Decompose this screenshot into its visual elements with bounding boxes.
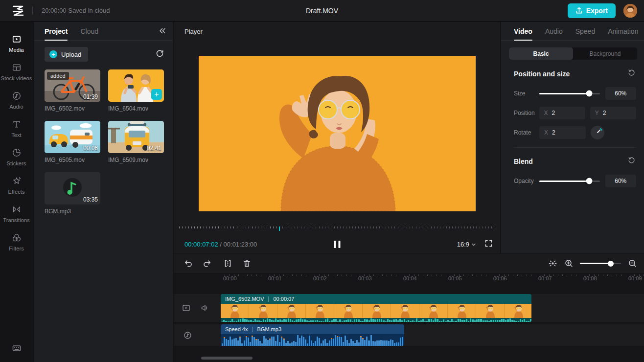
filters-icon [11, 232, 22, 243]
tab-project[interactable]: Project [45, 22, 68, 41]
tab-speed[interactable]: Speed [575, 22, 595, 41]
tab-animation[interactable]: Animation [608, 22, 638, 41]
mute-track-icon[interactable] [201, 304, 209, 314]
size-value-field[interactable]: 60% [605, 87, 636, 100]
video-clip-header: IMG_6502.MOV 00:00:07 [221, 294, 531, 304]
reset-position-size-icon[interactable] [628, 69, 635, 78]
rotate-label: Rotate [514, 129, 539, 136]
basic-background-toggle: Basic Background [509, 47, 637, 60]
tab-audio[interactable]: Audio [545, 22, 563, 41]
timeline-zoom-slider[interactable] [580, 263, 621, 264]
rotate-dial[interactable] [591, 126, 604, 139]
playhead-marker [279, 226, 280, 231]
sidebar-item-media[interactable]: Media [0, 29, 33, 57]
opacity-value-field[interactable]: 60% [605, 175, 636, 187]
transitions-icon [11, 204, 22, 215]
text-icon [11, 119, 22, 130]
sidebar-item-stock-videos[interactable]: Stock videos [0, 57, 33, 86]
tab-video[interactable]: Video [514, 22, 532, 41]
duration-label: 03:35 [83, 196, 98, 203]
timeline-video-clip[interactable]: IMG_6502.MOV 00:00:07 [221, 294, 531, 322]
ruler-label: 00:02 [313, 275, 327, 281]
sidebar-item-filters[interactable]: Filters [0, 227, 33, 256]
audio-icon [11, 90, 22, 101]
upload-button[interactable]: + Upload [45, 47, 88, 62]
delete-icon[interactable] [242, 259, 252, 269]
sidebar-item-audio[interactable]: Audio [0, 86, 33, 114]
project-tabs: Project Cloud [34, 22, 173, 41]
shortcuts-keyboard-icon[interactable] [12, 343, 22, 355]
video-track-icon[interactable] [182, 304, 190, 314]
media-item-img_6502-mov[interactable]: added01:39 IMG_6502.mov [45, 69, 100, 112]
ruler-label: 00:06 [493, 275, 507, 281]
size-slider[interactable] [539, 93, 600, 94]
tab-cloud[interactable]: Cloud [80, 22, 98, 41]
media-grid: added01:39 IMG_6502.mov + IMG_6504.mov 0… [34, 62, 173, 215]
current-time: 00:00:07:02 [184, 241, 218, 248]
redo-icon[interactable] [202, 259, 212, 269]
player-scrubber[interactable] [179, 226, 495, 231]
preview-image [199, 56, 476, 211]
position-x-field[interactable]: X 2 [539, 107, 585, 119]
inspector-tabs: VideoAudioSpeedAnimation [501, 22, 644, 41]
aspect-ratio-dropdown[interactable]: 16:9 [457, 241, 476, 248]
duration-label: 02:41 [147, 145, 161, 152]
segment-background[interactable]: Background [573, 47, 637, 60]
effects-icon [11, 176, 22, 186]
media-icon [11, 34, 22, 45]
size-label: Size [514, 90, 539, 97]
left-sidebar: Media Stock videos Audio Text Stickers E… [0, 22, 33, 362]
timeline-ruler[interactable]: 00:0000:0100:0200:0300:0400:0500:0600:07… [174, 273, 644, 284]
timeline-horizontal-scrollbar[interactable] [201, 357, 253, 360]
add-to-timeline-button[interactable]: + [151, 89, 162, 100]
zoom-out-icon[interactable] [627, 259, 637, 269]
capcut-logo-icon[interactable] [11, 5, 25, 17]
rotate-x-field[interactable]: X 2 [539, 126, 586, 139]
refresh-icon[interactable] [156, 49, 164, 60]
collapse-panel-icon[interactable] [159, 27, 166, 36]
total-duration: 00:01:23:00 [224, 241, 257, 248]
media-item-img_6509-mov[interactable]: 02:41 IMG_6509.mov [108, 121, 164, 163]
timeline-audio-clip[interactable]: Speed 4x BGM.mp3 [221, 324, 404, 346]
export-button[interactable]: Export [568, 3, 616, 18]
project-panel: Project Cloud + Upload added01:39 IMG_6 [34, 22, 173, 362]
player-controls: 00:00:07:02 / 00:01:23:00 16:9 [174, 235, 500, 253]
inspector-panel: VideoAudioSpeedAnimation Basic Backgroun… [501, 22, 644, 253]
snapping-icon[interactable] [548, 259, 557, 269]
segment-basic[interactable]: Basic [509, 47, 573, 60]
ruler-label: 00:08 [583, 275, 597, 281]
media-item-bgm-mp3[interactable]: 03:35 BGM.mp3 [45, 172, 100, 215]
sidebar-item-effects[interactable]: Effects [0, 171, 33, 199]
media-item-img_6505-mov[interactable]: 00:06 IMG_6505.mov [45, 121, 100, 163]
document-title: Draft.MOV [306, 7, 338, 15]
plus-icon: + [49, 50, 57, 58]
undo-icon[interactable] [183, 259, 193, 269]
blend-section-header: Blend [514, 157, 635, 166]
player-canvas[interactable] [199, 56, 476, 211]
export-upload-icon [575, 7, 583, 14]
reset-blend-icon[interactable] [628, 157, 635, 166]
sidebar-item-text[interactable]: Text [0, 114, 33, 142]
video-clip-filmstrip [221, 304, 531, 318]
save-status: 20:00:00 Saved in cloud [42, 7, 110, 14]
video-clip-waveform [221, 318, 531, 322]
split-icon[interactable] [223, 259, 232, 269]
sidebar-item-stickers[interactable]: Stickers [0, 142, 33, 171]
opacity-slider[interactable] [539, 181, 600, 182]
timeline-toolbar [174, 254, 644, 273]
audio-track-icon[interactable] [184, 331, 192, 341]
audio-clip-header: Speed 4x BGM.mp3 [221, 324, 404, 334]
ruler-label: 00:09 [628, 275, 642, 281]
sidebar-item-transitions[interactable]: Transitions [0, 199, 33, 227]
topbar-divider [32, 7, 33, 15]
ruler-label: 00:00 [223, 275, 237, 281]
chevron-down-icon [471, 242, 476, 247]
zoom-in-icon[interactable] [564, 259, 574, 269]
fullscreen-icon[interactable] [485, 240, 492, 249]
position-y-field[interactable]: Y 2 [590, 107, 636, 119]
avatar[interactable] [623, 4, 637, 18]
pause-button[interactable] [334, 241, 340, 248]
media-item-img_6504-mov[interactable]: + IMG_6504.mov [108, 69, 164, 112]
audio-clip-waveform [221, 334, 404, 346]
stickers-icon [11, 147, 22, 158]
